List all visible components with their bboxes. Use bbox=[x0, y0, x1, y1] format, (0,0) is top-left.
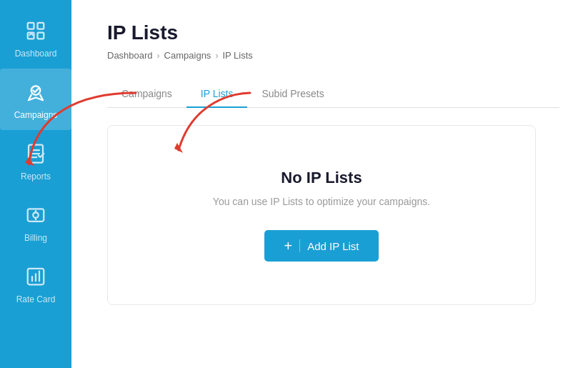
sidebar: Dashboard Campaigns Reports bbox=[0, 0, 71, 368]
campaigns-icon bbox=[22, 79, 49, 106]
sidebar-item-dashboard[interactable]: Dashboard bbox=[0, 7, 71, 69]
breadcrumb-sep-2: › bbox=[215, 51, 218, 61]
page-title: IP Lists bbox=[107, 21, 559, 44]
breadcrumb-campaigns[interactable]: Campaigns bbox=[164, 50, 211, 61]
svg-rect-3 bbox=[38, 33, 44, 39]
sidebar-item-label: Reports bbox=[21, 171, 51, 181]
plus-icon: + bbox=[284, 239, 293, 253]
sidebar-item-label: Campaigns bbox=[14, 110, 58, 120]
sidebar-item-label: Dashboard bbox=[15, 49, 57, 59]
breadcrumb-dashboard[interactable]: Dashboard bbox=[107, 50, 153, 61]
sidebar-item-label: Rate Card bbox=[16, 294, 56, 304]
breadcrumb-current: IP Lists bbox=[222, 50, 252, 61]
sidebar-item-billing[interactable]: Billing bbox=[0, 192, 71, 253]
tab-campaigns[interactable]: Campaigns bbox=[107, 81, 186, 108]
sidebar-item-label: Billing bbox=[24, 233, 47, 243]
main-content: IP Lists Dashboard › Campaigns › IP List… bbox=[71, 0, 588, 368]
billing-icon bbox=[22, 202, 49, 229]
svg-rect-1 bbox=[38, 23, 44, 29]
button-divider bbox=[299, 239, 300, 252]
sidebar-item-campaigns[interactable]: Campaigns bbox=[0, 69, 71, 130]
empty-state-subtitle: You can use IP Lists to optimize your ca… bbox=[213, 196, 430, 207]
tabs: Campaigns IP Lists Subid Presets bbox=[107, 81, 559, 108]
add-ip-list-label: Add IP List bbox=[307, 240, 359, 252]
tab-ip-lists[interactable]: IP Lists bbox=[186, 81, 248, 108]
reports-icon bbox=[22, 140, 49, 167]
tab-subid-presets[interactable]: Subid Presets bbox=[247, 81, 338, 108]
sidebar-item-rate-card[interactable]: Rate Card bbox=[0, 253, 71, 314]
dashboard-icon bbox=[22, 17, 49, 44]
add-ip-list-button[interactable]: + Add IP List bbox=[264, 230, 379, 262]
breadcrumb-sep-1: › bbox=[157, 51, 160, 61]
breadcrumb: Dashboard › Campaigns › IP Lists bbox=[107, 50, 559, 61]
empty-state-card: No IP Lists You can use IP Lists to opti… bbox=[107, 125, 536, 305]
svg-rect-0 bbox=[28, 23, 34, 29]
sidebar-item-reports[interactable]: Reports bbox=[0, 130, 71, 192]
rate-card-icon bbox=[22, 263, 49, 290]
empty-state-title: No IP Lists bbox=[281, 169, 362, 187]
